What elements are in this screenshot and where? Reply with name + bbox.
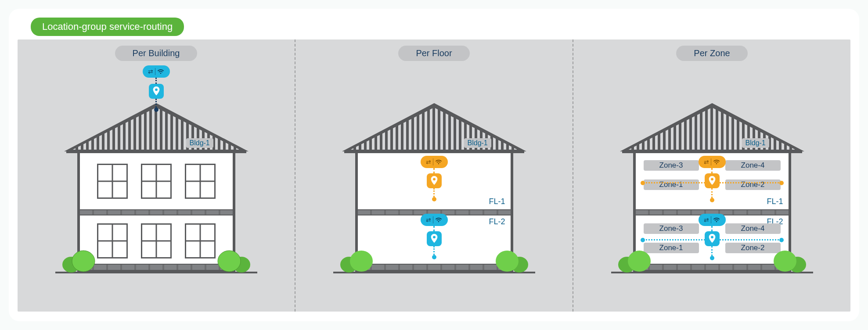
svg-point-15: [496, 251, 519, 272]
panel-title-floor: Per Floor: [398, 46, 469, 61]
svg-point-18: [716, 221, 717, 222]
node-floor-2: ⇄: [421, 214, 448, 259]
panel-per-zone: Per Zone Bldg-1 FL-1 FL-2 Zone-3 Zone-4: [573, 39, 850, 312]
window-icon: [185, 164, 216, 199]
floor-divider: [80, 209, 233, 215]
location-pin-icon: [705, 173, 720, 188]
bush-icon: [61, 246, 97, 273]
zone-label: Zone-1: [644, 179, 699, 190]
bush-icon: [772, 246, 807, 273]
building-graphic: ⇄ Bldg-1: [42, 64, 270, 287]
panel-per-floor: Per Floor Bldg-1 FL-1 FL-2 ⇄: [295, 39, 573, 312]
building-graphic: Bldg-1 FL-1 FL-2 ⇄: [320, 64, 548, 287]
floor-label-2: FL-2: [489, 217, 505, 226]
wifi-badge-icon: ⇄: [143, 65, 170, 78]
foundation: [636, 264, 789, 272]
building-label: Bldg-1: [742, 138, 769, 148]
panel-title-building: Per Building: [115, 46, 198, 61]
svg-point-19: [711, 236, 713, 238]
wifi-badge-icon: ⇄: [421, 214, 448, 226]
panels-row: Per Building ⇄: [18, 39, 850, 312]
window-icon: [185, 223, 216, 258]
foundation: [358, 264, 511, 272]
svg-point-13: [350, 251, 373, 272]
svg-point-10: [438, 221, 439, 222]
zone-label: Zone-4: [725, 223, 781, 234]
floor-label-1: FL-1: [489, 197, 505, 206]
building-graphic: Bldg-1 FL-1 FL-2 Zone-3 Zone-4 Zone-1 Zo…: [598, 64, 826, 287]
window-icon: [141, 223, 172, 258]
location-pin-icon: [705, 231, 720, 246]
panel-title-zone: Per Zone: [676, 46, 747, 61]
node-building: ⇄: [143, 65, 170, 112]
node-zone-2: ⇄: [699, 214, 726, 260]
bush-icon: [494, 246, 529, 273]
node-floor-1: ⇄: [421, 156, 448, 201]
svg-point-0: [160, 73, 162, 74]
wifi-badge-icon: ⇄: [699, 156, 726, 168]
foundation: [80, 264, 233, 272]
zone-label: Zone-3: [644, 160, 699, 171]
svg-point-16: [716, 163, 717, 165]
svg-point-23: [774, 251, 796, 272]
window-icon: [97, 223, 128, 258]
zone-label: Zone-2: [725, 179, 781, 190]
bush-icon: [216, 246, 251, 273]
svg-point-8: [438, 163, 439, 165]
svg-point-21: [628, 251, 651, 272]
bush-icon: [339, 246, 375, 273]
svg-point-11: [433, 236, 436, 238]
wifi-badge-icon: ⇄: [421, 156, 448, 168]
bush-icon: [617, 246, 652, 273]
window-icon: [97, 164, 128, 199]
building-label: Bldg-1: [186, 138, 213, 148]
location-pin-icon: [427, 173, 442, 188]
node-zone-1: ⇄: [699, 156, 726, 202]
zone-label: Zone-4: [725, 160, 781, 171]
svg-point-1: [155, 88, 158, 91]
window-icon: [141, 164, 172, 199]
panel-per-building: Per Building ⇄: [18, 39, 295, 312]
zone-label: Zone-3: [644, 223, 699, 234]
building-body: [77, 153, 235, 272]
floor-label-1: FL-1: [767, 197, 783, 206]
diagram-container: Location-group service-routing Per Build…: [9, 9, 859, 321]
building-label: Bldg-1: [464, 138, 491, 148]
location-pin-icon: [427, 231, 442, 246]
location-pin-icon: [149, 84, 164, 99]
wifi-badge-icon: ⇄: [699, 214, 726, 226]
svg-point-17: [711, 178, 713, 180]
diagram-title: Location-group service-routing: [31, 18, 184, 36]
svg-point-9: [433, 178, 436, 180]
